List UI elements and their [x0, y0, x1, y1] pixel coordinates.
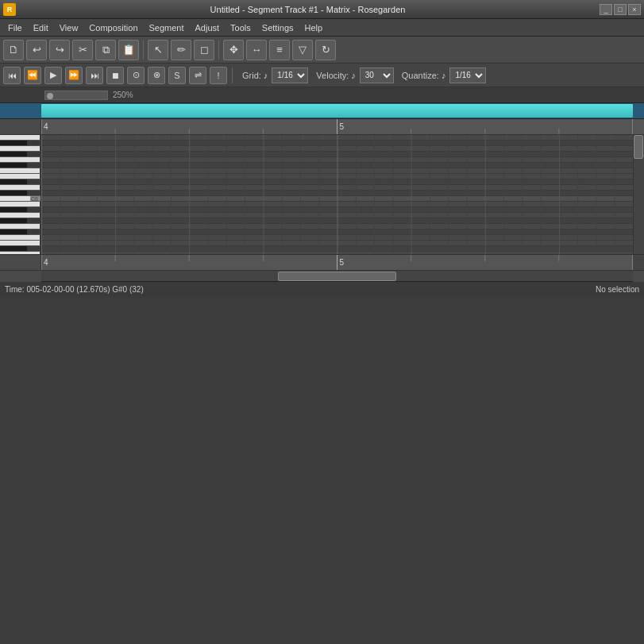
maximize-button[interactable]: □ [614, 4, 627, 15]
keys-canvas [0, 135, 41, 254]
velocity-label: Velocity: [316, 71, 349, 80]
grid-canvas[interactable] [41, 135, 633, 254]
loop-transport-button[interactable]: ⇌ [189, 67, 206, 84]
menu-item-composition[interactable]: Composition [84, 21, 142, 34]
menu-item-segment[interactable]: Segment [145, 21, 189, 34]
rewind-button[interactable]: ⏪ [24, 67, 41, 84]
record-insert-button[interactable]: ⊙ [127, 67, 145, 84]
transport-bar: ⏮⏪▶⏩⏭⏹⊙⊗S⇌!Grid:♪1/11/21/41/81/161/32Vel… [0, 64, 644, 87]
ruler-row [0, 119, 644, 135]
grid-select[interactable]: 1/11/21/41/81/161/32 [272, 67, 308, 83]
minimize-button[interactable]: _ [600, 4, 612, 15]
transport-separator [232, 67, 233, 83]
menu-bar: FileEditViewCompositionSegmentAdjustTool… [0, 19, 644, 37]
undo-button[interactable]: ↩ [26, 40, 47, 60]
toolbar-separator [143, 40, 144, 60]
h-scrollbar[interactable] [0, 270, 644, 281]
fast-forward-end-button[interactable]: ⏭ [86, 67, 103, 84]
status-bar: Time: 005-02-00-00 (12.670s) G#0 (32) No… [0, 281, 644, 297]
menu-item-edit[interactable]: Edit [29, 21, 53, 34]
velocity-select[interactable]: 102030405060708090100110120127 [360, 67, 394, 83]
menu-item-help[interactable]: Help [300, 21, 328, 34]
filter-button[interactable]: ▽ [292, 40, 313, 60]
window-controls: _ □ × [600, 4, 641, 15]
zoom-bar: 250% [0, 87, 644, 103]
menu-item-view[interactable]: View [55, 21, 83, 34]
punch-button[interactable]: ! [210, 67, 227, 84]
loop-button[interactable]: ↻ [315, 40, 336, 60]
bottom-ruler-canvas [41, 255, 633, 270]
ruler-content [41, 119, 644, 134]
note-grid[interactable] [41, 135, 633, 254]
menu-item-adjust[interactable]: Adjust [191, 21, 225, 34]
title-bar: R Untitled - Segment Track #1 - Matrix -… [0, 0, 644, 19]
stop-button[interactable]: ⏹ [106, 67, 124, 84]
zoom-level: 250% [113, 91, 133, 99]
grid-control: Grid:♪1/11/21/41/81/161/32 [242, 67, 308, 83]
select-button[interactable]: ↖ [148, 40, 168, 60]
bottom-ruler-row [0, 254, 644, 270]
solo-button[interactable]: S [168, 67, 186, 84]
redo-button[interactable]: ↪ [49, 40, 70, 60]
quantize-button[interactable]: ≡ [269, 40, 290, 60]
paste-button[interactable]: 📋 [118, 40, 139, 60]
segment-strip [0, 103, 644, 119]
quantize-select[interactable]: 1/11/21/41/81/161/32 [449, 67, 486, 83]
new-button[interactable]: 🗋 [3, 40, 24, 60]
draw-button[interactable]: ✏ [171, 40, 191, 60]
erase-button[interactable]: ◻ [194, 40, 214, 60]
quantize-control: Quantize:♪1/11/21/41/81/161/32 [402, 67, 487, 83]
menu-item-settings[interactable]: Settings [257, 21, 299, 34]
menu-item-tools[interactable]: Tools [226, 21, 256, 34]
quantize-label: Quantize: [402, 71, 439, 80]
piano-keys [0, 135, 41, 254]
menu-item-file[interactable]: File [3, 21, 27, 34]
resize-button[interactable]: ↔ [246, 40, 267, 60]
fast-forward-button[interactable]: ⏩ [65, 67, 83, 84]
cut-button[interactable]: ✂ [72, 40, 93, 60]
record-replace-button[interactable]: ⊗ [148, 67, 165, 84]
app-icon: R [3, 3, 16, 16]
ruler-corner [0, 119, 41, 134]
window-title: Untitled - Segment Track #1 - Matrix - R… [16, 5, 600, 14]
close-button[interactable]: × [628, 4, 641, 15]
piano-roll-wrapper [0, 119, 644, 281]
move-button[interactable]: ✥ [223, 40, 244, 60]
play-button[interactable]: ▶ [44, 67, 62, 84]
rewind-start-button[interactable]: ⏮ [3, 67, 21, 84]
copy-button[interactable]: ⧉ [95, 40, 116, 60]
toolbar: 🗋↩↪✂⧉📋↖✏◻✥↔≡▽↻ [0, 37, 644, 64]
ruler-canvas [41, 119, 633, 134]
toolbar-separator [218, 40, 219, 60]
segment-fill [41, 104, 633, 118]
status-time: Time: 005-02-00-00 (12.670s) G#0 (32) [5, 285, 144, 294]
grid-label: Grid: [242, 71, 261, 80]
status-selection: No selection [596, 285, 639, 294]
v-scrollbar[interactable] [633, 135, 644, 254]
velocity-control: Velocity:♪102030405060708090100110120127 [316, 67, 393, 83]
content-row [0, 135, 644, 254]
